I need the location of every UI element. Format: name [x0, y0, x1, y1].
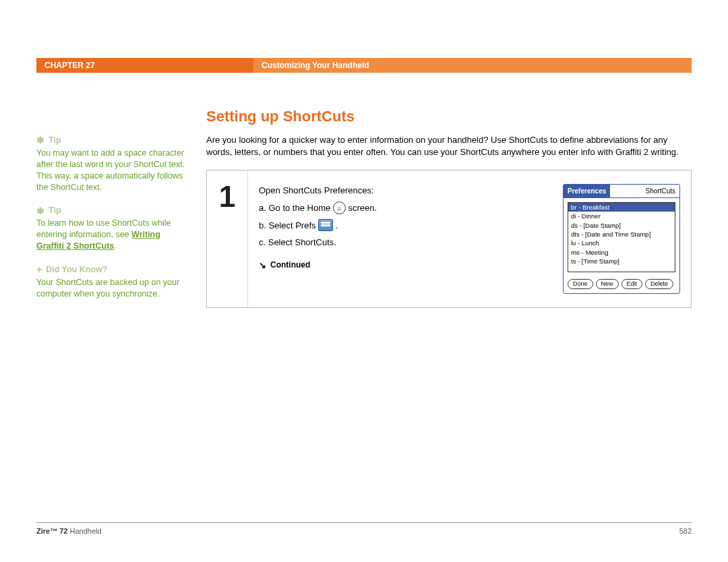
- tip-block-1: ✱ Tip You may want to add a space charac…: [36, 135, 186, 193]
- product-name: Zire™ 72 Handheld: [36, 527, 102, 535]
- list-item: dts - [Date and Time Stamp]: [568, 230, 675, 239]
- chapter-label: CHAPTER 27: [36, 58, 253, 73]
- step-a: a. Go to the Home ⌂ screen.: [259, 201, 552, 215]
- list-item: ts - [Time Stamp]: [568, 257, 675, 266]
- device-screenshot: Preferences ShortCuts br - Breakfast di …: [563, 184, 680, 294]
- new-button: New: [596, 279, 619, 289]
- list-item: br - Breakfast: [568, 203, 675, 212]
- step-number: 1: [207, 170, 248, 307]
- device-list: br - Breakfast di - Dinner ds - [Date St…: [568, 202, 675, 272]
- tip-text: To learn how to use ShortCuts while ente…: [36, 218, 186, 252]
- tip-label: Tip: [49, 205, 61, 216]
- list-item: di - Dinner: [568, 212, 675, 220]
- tip-label: Tip: [49, 135, 61, 146]
- tip-text: You may want to add a space character af…: [36, 148, 186, 193]
- chapter-title: Customizing Your Handheld: [253, 58, 692, 73]
- arrow-down-right-icon: ↘: [259, 259, 266, 272]
- section-title: Setting up ShortCuts: [206, 108, 692, 125]
- sidebar: ✱ Tip You may want to add a space charac…: [36, 108, 206, 508]
- step-b: b. Select Prefs .: [259, 219, 552, 232]
- intro-paragraph: Are you looking for a quicker way to ent…: [206, 134, 692, 158]
- did-you-know-block: + Did You Know? Your ShortCuts are backe…: [36, 264, 186, 300]
- prefs-icon: [318, 219, 333, 231]
- device-tab-preferences: Preferences: [564, 185, 610, 197]
- main-content: Setting up ShortCuts Are you looking for…: [206, 108, 692, 508]
- home-icon: ⌂: [333, 201, 346, 214]
- list-item: lu - Lunch: [568, 239, 675, 247]
- asterisk-icon: ✱: [36, 206, 44, 216]
- footer: Zire™ 72 Handheld 582: [36, 522, 692, 535]
- step-lead: Open ShortCuts Preferences:: [259, 184, 552, 197]
- dyk-text: Your ShortCuts are backed up on your com…: [36, 277, 186, 300]
- list-item: ds - [Date Stamp]: [568, 221, 675, 230]
- plus-icon: +: [36, 265, 42, 274]
- dyk-label: Did You Know?: [46, 264, 107, 276]
- delete-button: Delete: [645, 279, 673, 289]
- device-tab-shortcuts: ShortCuts: [610, 185, 679, 197]
- asterisk-icon: ✱: [36, 135, 44, 145]
- continued-label: ↘ Continued: [259, 259, 552, 272]
- done-button: Done: [568, 279, 593, 289]
- header-bar: CHAPTER 27 Customizing Your Handheld: [36, 58, 692, 73]
- step-box: 1 Open ShortCuts Preferences: a. Go to t…: [206, 170, 692, 308]
- edit-button: Edit: [621, 279, 643, 289]
- list-item: me - Meeting: [568, 248, 675, 257]
- page-number: 582: [679, 527, 692, 535]
- step-c: c. Select ShortCuts.: [259, 236, 552, 249]
- tip-block-2: ✱ Tip To learn how to use ShortCuts whil…: [36, 205, 186, 252]
